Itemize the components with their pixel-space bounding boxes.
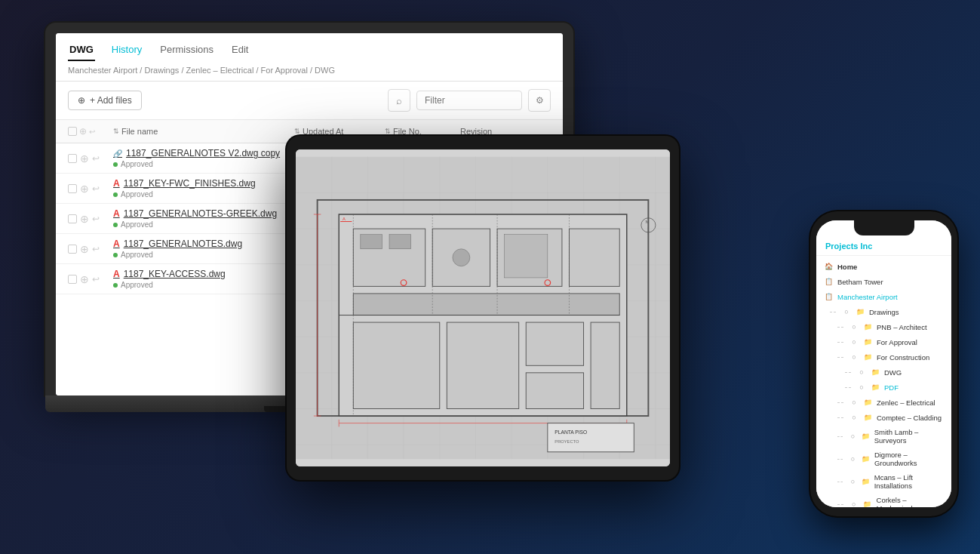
phone: Projects Inc 🏠 Home 📋 Betham Tower xyxy=(810,211,957,516)
svg-rect-39 xyxy=(505,235,548,278)
row-checkbox[interactable] xyxy=(68,275,77,284)
app-tabs: DWG History Permissions Edit xyxy=(68,39,551,61)
nav-home-label: Home xyxy=(837,263,857,271)
status-dot xyxy=(113,162,118,167)
row-checkbox[interactable] xyxy=(68,245,77,254)
file-link[interactable]: A 1187_KEY-FWC_FINISHES.dwg xyxy=(113,178,294,189)
folder-icon9: 📁 xyxy=(863,413,872,422)
nav-zenlec-label: Zenlec – Electrical xyxy=(877,399,935,407)
nav-pnb-label: PNB – Architect xyxy=(877,323,927,331)
nav-zenlec[interactable]: ○ 📁 Zenlec – Electrical xyxy=(816,395,951,410)
add-row-icon[interactable]: ⊕ xyxy=(80,243,89,255)
file-name: 1187_GENERALNOTES-GREEK.dwg xyxy=(124,208,277,219)
file-link[interactable]: A 1187_GENERALNOTES-GREEK.dwg xyxy=(113,208,294,219)
col-updated[interactable]: ⇅ Updated At xyxy=(294,126,385,137)
select-all-checkbox[interactable] xyxy=(68,127,77,136)
tab-permissions[interactable]: Permissions xyxy=(158,39,215,61)
svg-rect-29 xyxy=(591,322,619,408)
nav-pnb[interactable]: ○ 📁 PNB – Architect xyxy=(816,319,951,334)
add-row-icon[interactable]: ⊕ xyxy=(80,213,89,225)
folder-icon8: 📁 xyxy=(863,398,872,407)
nav-approval-label: For Approval xyxy=(877,338,917,346)
nav-smith-lamb[interactable]: ○ 📁 Smith Lamb – Surveyors xyxy=(816,425,951,448)
file-status: Approved xyxy=(113,160,294,168)
nav-mcans[interactable]: ○ 📁 Mcans – Lift Installations xyxy=(816,470,951,493)
move-row-icon[interactable]: ↩ xyxy=(92,214,100,224)
tab-edit[interactable]: Edit xyxy=(230,39,250,61)
filter-input[interactable] xyxy=(416,91,522,110)
app-header: DWG History Permissions Edit Manchester … xyxy=(56,33,563,82)
nav-mcans-label: Mcans – Lift Installations xyxy=(874,473,944,490)
col-fileno[interactable]: ⇅ File No. xyxy=(385,126,460,137)
folder-icon: ○ xyxy=(849,337,859,346)
nav-manchester-airport[interactable]: 📋 Manchester Airport xyxy=(816,289,951,304)
tab-dwg[interactable]: DWG xyxy=(68,39,95,61)
nav-dwg[interactable]: ○ 📁 DWG xyxy=(816,365,951,380)
file-link[interactable]: A 1187_KEY-ACCESS.dwg xyxy=(113,269,294,279)
svg-rect-23 xyxy=(569,229,619,286)
file-link[interactable]: 🔗 1187_GENERALNOTES V2.dwg copy xyxy=(113,148,294,159)
row-checkbox[interactable] xyxy=(68,154,77,163)
autocad-icon: A xyxy=(113,208,120,219)
folder-icon: ○ xyxy=(849,398,859,407)
settings-button[interactable]: ⚙ xyxy=(528,89,551,112)
nav-betham-label: Betham Tower xyxy=(837,278,883,286)
nav-drawings[interactable]: ○ 📁 Drawings xyxy=(816,304,951,319)
row-checkbox[interactable] xyxy=(68,214,77,223)
col-filename[interactable]: ⇅ File name xyxy=(113,126,294,137)
autocad-icon: A xyxy=(113,269,120,279)
file-status: Approved xyxy=(113,220,294,229)
search-icon: ⌕ xyxy=(396,95,402,106)
move-row-icon[interactable]: ↩ xyxy=(92,244,100,254)
folder-icon: ○ xyxy=(857,368,866,377)
row-checkbox[interactable] xyxy=(68,184,77,193)
status-label: Approved xyxy=(121,281,153,289)
tablet: PLANTA PISO PROYECTO A xyxy=(287,136,679,480)
add-row-icon[interactable]: ⊕ xyxy=(80,273,89,285)
file-status: Approved xyxy=(113,251,294,259)
col-updated-label: Updated At xyxy=(303,127,343,136)
file-name-cell: A 1187_KEY-FWC_FINISHES.dwg Approved xyxy=(113,178,294,199)
doc-icon: 📋 xyxy=(824,292,833,301)
nav-corkels[interactable]: ○ 📁 Corkels – Mechanical xyxy=(816,493,951,507)
folder-icon: ○ xyxy=(849,432,857,441)
folder-icon4: 📁 xyxy=(863,337,872,346)
col-revision: Revision xyxy=(460,126,551,137)
folder-icon: ○ xyxy=(849,352,859,362)
nav-digmore[interactable]: ○ 📁 Digmore – Groundworks xyxy=(816,448,951,470)
file-name: 1187_GENERALNOTES.dwg xyxy=(124,239,242,249)
nav-comptec[interactable]: ○ 📁 Comptec – Cladding xyxy=(816,410,951,425)
row-controls: ⊕ ↩ xyxy=(68,213,113,225)
move-row-icon[interactable]: ↩ xyxy=(92,153,100,164)
add-row-icon[interactable]: ⊕ xyxy=(80,152,89,165)
add-row-icon[interactable]: ⊕ xyxy=(80,183,89,195)
svg-rect-24 xyxy=(353,294,619,315)
move-row-icon[interactable]: ↩ xyxy=(92,183,100,194)
nav-pdf[interactable]: ○ 📁 PDF xyxy=(816,380,951,395)
move-row-icon[interactable]: ↩ xyxy=(92,274,100,285)
autocad-icon: A xyxy=(113,178,120,189)
file-status: Approved xyxy=(113,190,294,199)
nav-home[interactable]: 🏠 Home xyxy=(816,259,951,274)
search-button[interactable]: ⌕ xyxy=(388,89,410,112)
nav-betham-tower[interactable]: 📋 Betham Tower xyxy=(816,274,951,289)
nav-for-approval[interactable]: ○ 📁 For Approval xyxy=(816,334,951,349)
phone-app: Projects Inc 🏠 Home 📋 Betham Tower xyxy=(816,220,951,507)
nav-digmore-label: Digmore – Groundworks xyxy=(874,451,944,467)
nav-corkels-label: Corkels – Mechanical xyxy=(877,496,944,507)
add-files-button[interactable]: ⊕ + Add files xyxy=(68,91,142,110)
nav-drawings-label: Drawings xyxy=(869,308,899,316)
doc-icon: 📋 xyxy=(824,277,833,286)
row-controls: ⊕ ↩ xyxy=(68,152,113,165)
sort-icon2: ⇅ xyxy=(294,128,300,135)
tab-history[interactable]: History xyxy=(110,39,143,61)
folder-icon2: 📁 xyxy=(856,307,865,316)
blueprint-view: PLANTA PISO PROYECTO A xyxy=(296,149,670,466)
folder-icon3: 📁 xyxy=(863,322,872,331)
file-link[interactable]: A 1187_GENERALNOTES.dwg xyxy=(113,239,294,249)
gear-icon: ⚙ xyxy=(536,95,544,106)
folder-icon10: 📁 xyxy=(862,432,870,441)
status-dot xyxy=(113,223,118,227)
nav-for-construction[interactable]: ○ 📁 For Construction xyxy=(816,349,951,365)
folder-icon: ○ xyxy=(849,454,857,463)
